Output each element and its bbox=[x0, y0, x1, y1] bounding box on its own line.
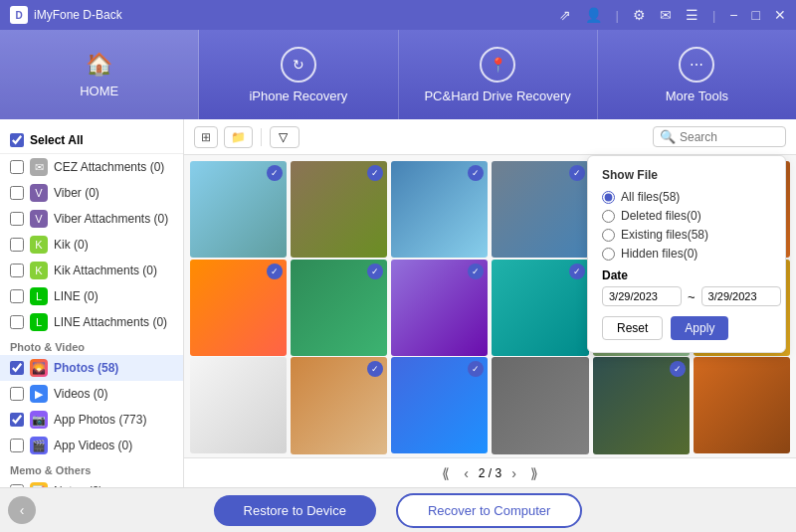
line-att-checkbox[interactable] bbox=[10, 315, 24, 329]
sidebar: Select All ✉ CEZ Attachments (0) V Viber… bbox=[0, 119, 184, 487]
share-icon[interactable]: ⇗ bbox=[559, 7, 571, 23]
filter-btn[interactable]: ▽ bbox=[270, 126, 299, 148]
sidebar-item-cel-attachments[interactable]: ✉ CEZ Attachments (0) bbox=[0, 154, 183, 180]
app-photos-checkbox[interactable] bbox=[10, 413, 24, 427]
prev-page-btn[interactable]: ‹ bbox=[460, 465, 473, 481]
line-checkbox[interactable] bbox=[10, 289, 24, 303]
photo-check-indicator: ✓ bbox=[468, 165, 484, 181]
date-to-input[interactable] bbox=[701, 286, 781, 306]
filter-actions: Reset Apply bbox=[602, 316, 771, 340]
filter-all-label: All files(58) bbox=[621, 190, 680, 204]
filter-all-files[interactable]: All files(58) bbox=[602, 190, 771, 204]
select-all-row[interactable]: Select All bbox=[0, 127, 183, 154]
viber-checkbox[interactable] bbox=[10, 186, 24, 200]
filter-icon: ▽ bbox=[279, 130, 288, 144]
photos-checkbox[interactable] bbox=[10, 361, 24, 375]
app-videos-checkbox[interactable] bbox=[10, 439, 24, 452]
filter-deleted-label: Deleted files(0) bbox=[621, 209, 701, 223]
photo-cell[interactable]: ✓ bbox=[190, 260, 287, 356]
photo-cell[interactable]: ✓ bbox=[190, 161, 287, 258]
photo-video-section-header: Photo & Video bbox=[0, 335, 183, 355]
filter-existing-radio[interactable] bbox=[602, 229, 615, 242]
date-from-input[interactable] bbox=[602, 286, 682, 306]
kik-att-checkbox[interactable] bbox=[10, 264, 24, 277]
select-all-checkbox[interactable] bbox=[10, 133, 24, 147]
sidebar-item-viber[interactable]: V Viber (0) bbox=[0, 180, 183, 206]
sidebar-item-viber-att[interactable]: V Viber Attachments (0) bbox=[0, 206, 183, 232]
photo-cell[interactable] bbox=[492, 357, 588, 453]
grid-view-btn[interactable]: ⊞ bbox=[194, 126, 218, 148]
minimize-icon[interactable]: − bbox=[729, 7, 737, 23]
close-icon[interactable]: ✕ bbox=[774, 7, 786, 23]
filter-deleted-files[interactable]: Deleted files(0) bbox=[602, 209, 771, 223]
nav-iphone[interactable]: ↻ iPhone Recovery bbox=[199, 30, 398, 119]
mail-icon[interactable]: ✉ bbox=[660, 7, 672, 23]
filter-deleted-radio[interactable] bbox=[602, 210, 615, 223]
kik-att-icon: K bbox=[30, 262, 48, 279]
line-label: LINE (0) bbox=[54, 289, 99, 303]
photo-cell[interactable]: ✓ bbox=[291, 260, 387, 356]
search-box[interactable]: 🔍 bbox=[653, 126, 786, 147]
videos-label: Videos (0) bbox=[54, 387, 107, 401]
videos-icon: ▶ bbox=[30, 385, 48, 403]
line-att-icon: L bbox=[30, 313, 48, 331]
folder-view-btn[interactable]: 📁 bbox=[224, 126, 253, 148]
maximize-icon[interactable]: □ bbox=[752, 7, 760, 23]
kik-label: Kik (0) bbox=[54, 238, 89, 252]
filter-existing-files[interactable]: Existing files(58) bbox=[602, 228, 771, 242]
back-btn[interactable]: ‹ bbox=[8, 496, 36, 524]
photo-check-indicator: ✓ bbox=[267, 264, 283, 279]
nav-pc[interactable]: 📍 PC&Hard Drive Recovery bbox=[399, 30, 598, 119]
photo-cell[interactable]: ✓ bbox=[492, 161, 588, 258]
sidebar-item-videos[interactable]: ▶ Videos (0) bbox=[0, 381, 183, 407]
photo-cell[interactable]: ✓ bbox=[391, 357, 488, 453]
first-page-btn[interactable]: ⟪ bbox=[438, 465, 454, 481]
app-videos-icon: 🎬 bbox=[30, 437, 48, 454]
filter-show-file-title: Show File bbox=[602, 168, 771, 182]
recover-to-computer-btn[interactable]: Recover to Computer bbox=[396, 493, 583, 528]
more-icon: ⋯ bbox=[690, 57, 703, 73]
menu-icon[interactable]: ☰ bbox=[686, 7, 698, 23]
kik-checkbox[interactable] bbox=[10, 238, 24, 252]
videos-checkbox[interactable] bbox=[10, 387, 24, 401]
sidebar-item-notes[interactable]: 📝 Notes (0) bbox=[0, 478, 183, 487]
nav-more[interactable]: ⋯ More Tools bbox=[598, 30, 796, 119]
filter-hidden-files[interactable]: Hidden files(0) bbox=[602, 247, 771, 261]
cel-att-icon: ✉ bbox=[30, 158, 48, 176]
next-page-btn[interactable]: › bbox=[507, 465, 520, 481]
content-toolbar: ⊞ 📁 ▽ 🔍 bbox=[184, 119, 796, 155]
photo-cell[interactable]: ✓ bbox=[492, 260, 588, 356]
sidebar-item-photos[interactable]: 🌄 Photos (58) bbox=[0, 355, 183, 381]
restore-to-device-btn[interactable]: Restore to Device bbox=[214, 495, 376, 526]
photo-cell[interactable] bbox=[694, 357, 790, 453]
photo-cell[interactable]: ✓ bbox=[291, 357, 387, 453]
pc-icon-circle: 📍 bbox=[480, 47, 515, 83]
sidebar-item-line-att[interactable]: L LINE Attachments (0) bbox=[0, 309, 183, 335]
filter-all-radio[interactable] bbox=[602, 191, 615, 204]
photo-check-indicator: ✓ bbox=[367, 165, 383, 181]
viber-att-checkbox[interactable] bbox=[10, 212, 24, 226]
sidebar-item-app-videos[interactable]: 🎬 App Videos (0) bbox=[0, 433, 183, 458]
filter-reset-btn[interactable]: Reset bbox=[602, 316, 663, 340]
sidebar-item-line[interactable]: L LINE (0) bbox=[0, 283, 183, 309]
photo-cell[interactable]: ✓ bbox=[391, 260, 488, 356]
nav-home[interactable]: 🏠 HOME bbox=[0, 30, 199, 119]
photo-cell[interactable]: ✓ bbox=[291, 161, 387, 258]
nav-pc-label: PC&Hard Drive Recovery bbox=[424, 89, 570, 103]
settings-icon[interactable]: ⚙ bbox=[633, 7, 646, 23]
user-icon[interactable]: 👤 bbox=[585, 7, 602, 23]
photo-cell[interactable]: ✓ bbox=[593, 357, 690, 453]
photo-check-indicator: ✓ bbox=[267, 165, 283, 181]
filter-hidden-radio[interactable] bbox=[602, 248, 615, 261]
search-icon: 🔍 bbox=[660, 129, 676, 144]
sidebar-item-kik[interactable]: K Kik (0) bbox=[0, 232, 183, 258]
search-input[interactable] bbox=[680, 130, 779, 144]
app-title: iMyFone D-Back bbox=[34, 8, 122, 22]
sidebar-item-kik-att[interactable]: K Kik Attachments (0) bbox=[0, 258, 183, 283]
sidebar-item-app-photos[interactable]: 📷 App Photos (773) bbox=[0, 407, 183, 433]
photo-cell[interactable] bbox=[190, 357, 287, 453]
filter-apply-btn[interactable]: Apply bbox=[671, 316, 728, 340]
last-page-btn[interactable]: ⟫ bbox=[526, 465, 542, 481]
photo-cell[interactable]: ✓ bbox=[391, 161, 488, 258]
cel-att-checkbox[interactable] bbox=[10, 160, 24, 174]
